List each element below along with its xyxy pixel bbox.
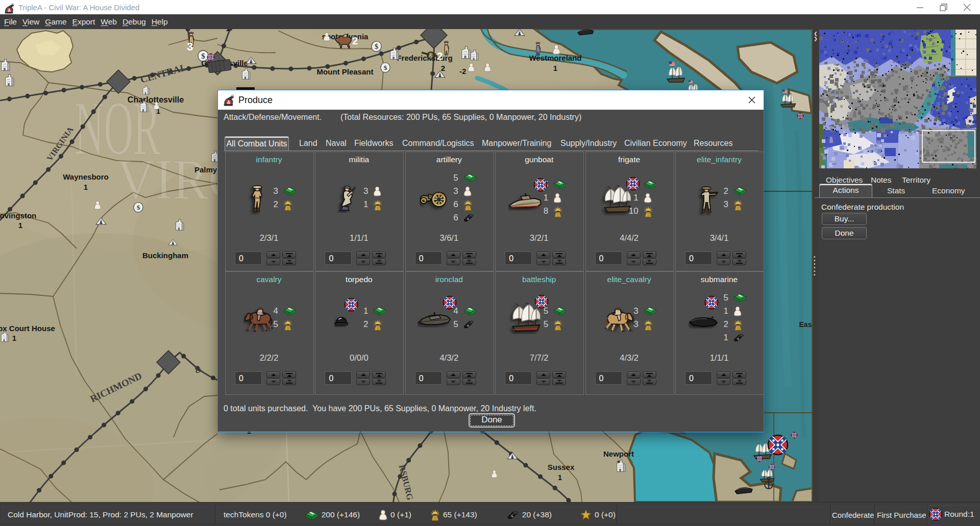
svg-text:ox Court House: ox Court House	[0, 324, 55, 333]
svg-text:2: 2	[352, 35, 358, 46]
svg-text:Waynesboro: Waynesboro	[63, 172, 108, 181]
svg-text:3: 3	[187, 40, 193, 53]
svg-text:1: 1	[84, 183, 88, 191]
svg-text:Palmy: Palmy	[194, 165, 217, 174]
svg-text:1: 1	[553, 64, 557, 72]
svg-text:$: $	[375, 42, 378, 51]
svg-text:Covingston: Covingston	[0, 211, 36, 220]
svg-text:Fredericksburg: Fredericksburg	[397, 54, 452, 62]
svg-text:Buckingham: Buckingham	[142, 251, 188, 260]
svg-text:1: 1	[12, 334, 16, 342]
svg-text:1: 1	[226, 29, 230, 33]
svg-text:Sussex: Sussex	[548, 463, 575, 471]
svg-text:$: $	[137, 204, 140, 211]
svg-text:$: $	[201, 52, 205, 60]
svg-text:Eas: Eas	[799, 320, 812, 329]
svg-text:1: 1	[18, 221, 22, 230]
svg-text:-2: -2	[459, 67, 466, 76]
svg-text:2: 2	[437, 51, 443, 62]
svg-text:2: 2	[441, 64, 445, 72]
svg-text:Mount Pleasant: Mount Pleasant	[317, 67, 374, 76]
svg-text:1: 1	[558, 473, 562, 482]
svg-text:$: $	[384, 64, 387, 71]
svg-text:Newport: Newport	[603, 449, 634, 458]
